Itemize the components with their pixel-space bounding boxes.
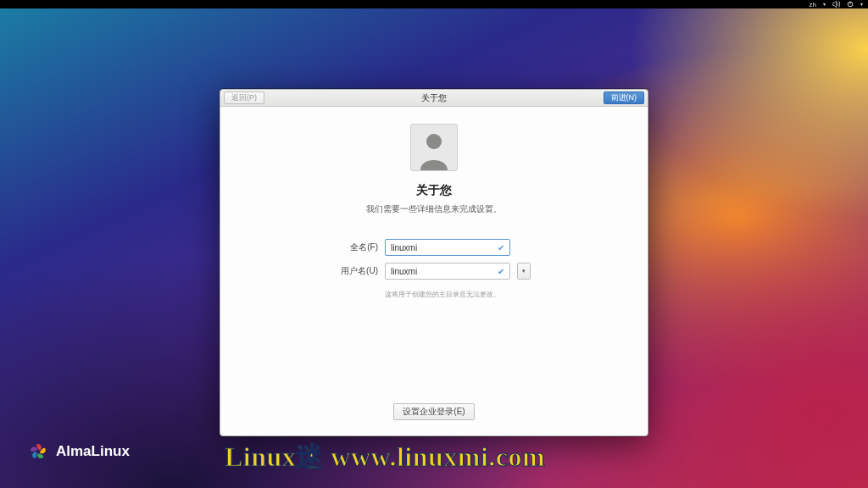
dialog-body: 关于您 我们需要一些详细信息来完成设置。 全名(F) linuxmi ✔ 用户名…: [220, 107, 648, 435]
power-icon[interactable]: [847, 1, 854, 8]
username-label: 用户名(U): [337, 265, 378, 277]
watermark-text: Linux迷 www.linuxmi.com: [225, 439, 545, 476]
back-button: 返回(P): [224, 92, 264, 104]
user-icon: [415, 130, 453, 170]
enterprise-login-label: 设置企业登录(E): [403, 406, 465, 418]
section-heading: 关于您: [416, 183, 452, 198]
desktop-wallpaper: zh ▾ ▾ 返回(P) 关于您 前进(N): [0, 0, 868, 488]
username-row: 用户名(U) linuxmi ✔ ▾: [337, 263, 531, 280]
check-icon: ✔: [498, 243, 504, 252]
chevron-down-icon: ▾: [522, 268, 526, 274]
avatar-picker-button[interactable]: [410, 124, 458, 171]
fullname-row: 全名(F) linuxmi ✔: [337, 239, 531, 256]
top-bar: zh ▾ ▾: [0, 0, 868, 8]
next-button-label: 前进(N): [611, 92, 637, 103]
username-options-button[interactable]: ▾: [517, 263, 531, 280]
volume-icon[interactable]: [832, 1, 840, 8]
username-value: linuxmi: [391, 267, 417, 276]
user-form: 全名(F) linuxmi ✔ 用户名(U) linuxmi ✔ ▾: [337, 239, 531, 299]
username-input[interactable]: linuxmi ✔: [385, 263, 510, 280]
fullname-label: 全名(F): [337, 241, 378, 253]
next-button[interactable]: 前进(N): [604, 92, 645, 104]
keyboard-indicator[interactable]: zh: [810, 1, 816, 8]
svg-point-2: [426, 134, 442, 149]
fullname-value: linuxmi: [391, 243, 417, 252]
back-button-label: 返回(P): [231, 92, 257, 103]
fullname-input[interactable]: linuxmi ✔: [385, 239, 510, 256]
username-hint: 这将用于创建您的主目录且无法更改。: [385, 290, 531, 299]
chevron-down-icon: ▾: [823, 2, 826, 7]
check-icon: ✔: [498, 267, 504, 276]
enterprise-login-button[interactable]: 设置企业登录(E): [393, 403, 474, 420]
dialog-title: 关于您: [421, 92, 447, 104]
section-subheading: 我们需要一些详细信息来完成设置。: [366, 203, 502, 215]
setup-dialog: 返回(P) 关于您 前进(N) 关于您 我们需要一些详细信息来完成设置。 全名(…: [220, 89, 648, 436]
chevron-down-icon: ▾: [860, 2, 863, 7]
distro-logo: AlmaLinux: [27, 441, 130, 463]
header-bar: 返回(P) 关于您 前进(N): [220, 90, 648, 107]
almalinux-logo-icon: [27, 441, 49, 463]
distro-logo-text: AlmaLinux: [56, 443, 130, 460]
